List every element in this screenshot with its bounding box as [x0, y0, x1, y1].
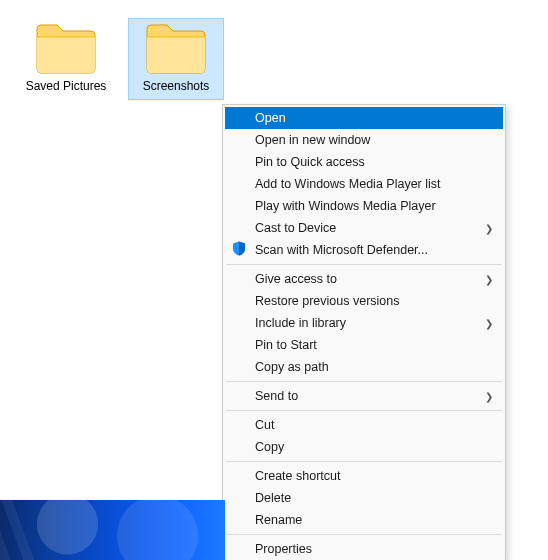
menu-item-add-to-windows-media-player-list[interactable]: Add to Windows Media Player list: [225, 173, 503, 195]
menu-item-label: Cut: [255, 418, 274, 432]
context-menu: OpenOpen in new windowPin to Quick acces…: [222, 104, 506, 560]
chevron-right-icon: ❯: [485, 223, 493, 234]
menu-item-play-with-windows-media-player[interactable]: Play with Windows Media Player: [225, 195, 503, 217]
folder-icon: [21, 23, 111, 75]
menu-item-label: Delete: [255, 491, 291, 505]
menu-item-label: Play with Windows Media Player: [255, 199, 436, 213]
menu-item-label: Give access to: [255, 272, 337, 286]
menu-item-copy-as-path[interactable]: Copy as path: [225, 356, 503, 378]
menu-item-give-access-to[interactable]: Give access to❯: [225, 268, 503, 290]
menu-item-label: Open in new window: [255, 133, 370, 147]
menu-item-label: Rename: [255, 513, 302, 527]
menu-item-cast-to-device[interactable]: Cast to Device❯: [225, 217, 503, 239]
menu-item-pin-to-quick-access[interactable]: Pin to Quick access: [225, 151, 503, 173]
menu-item-label: Copy: [255, 440, 284, 454]
menu-separator: [226, 410, 502, 411]
menu-item-label: Pin to Start: [255, 338, 317, 352]
menu-item-delete[interactable]: Delete: [225, 487, 503, 509]
menu-item-label: Copy as path: [255, 360, 329, 374]
taskbar-wallpaper-strip: [0, 500, 225, 560]
menu-item-cut[interactable]: Cut: [225, 414, 503, 436]
menu-item-label: Pin to Quick access: [255, 155, 365, 169]
menu-item-label: Properties: [255, 542, 312, 556]
menu-item-create-shortcut[interactable]: Create shortcut: [225, 465, 503, 487]
menu-separator: [226, 534, 502, 535]
menu-item-label: Cast to Device: [255, 221, 336, 235]
chevron-right-icon: ❯: [485, 391, 493, 402]
menu-separator: [226, 264, 502, 265]
desktop-area: Saved Pictures Screenshots OpenOpen in n…: [0, 0, 548, 560]
menu-item-include-in-library[interactable]: Include in library❯: [225, 312, 503, 334]
chevron-right-icon: ❯: [485, 274, 493, 285]
menu-item-scan-with-microsoft-defender[interactable]: Scan with Microsoft Defender...: [225, 239, 503, 261]
menu-item-label: Create shortcut: [255, 469, 340, 483]
menu-item-label: Add to Windows Media Player list: [255, 177, 441, 191]
folder-saved-pictures[interactable]: Saved Pictures: [18, 18, 114, 100]
chevron-right-icon: ❯: [485, 318, 493, 329]
menu-item-restore-previous-versions[interactable]: Restore previous versions: [225, 290, 503, 312]
menu-item-label: Open: [255, 111, 286, 125]
menu-item-properties[interactable]: Properties: [225, 538, 503, 560]
menu-item-open[interactable]: Open: [225, 107, 503, 129]
folder-label: Screenshots: [131, 79, 221, 93]
menu-item-label: Include in library: [255, 316, 346, 330]
folder-screenshots[interactable]: Screenshots: [128, 18, 224, 100]
menu-separator: [226, 381, 502, 382]
folder-label: Saved Pictures: [21, 79, 111, 93]
menu-item-label: Scan with Microsoft Defender...: [255, 243, 428, 257]
menu-item-open-in-new-window[interactable]: Open in new window: [225, 129, 503, 151]
menu-item-label: Send to: [255, 389, 298, 403]
menu-item-copy[interactable]: Copy: [225, 436, 503, 458]
menu-item-label: Restore previous versions: [255, 294, 400, 308]
folder-icon: [131, 23, 221, 75]
menu-item-rename[interactable]: Rename: [225, 509, 503, 531]
menu-separator: [226, 461, 502, 462]
menu-item-pin-to-start[interactable]: Pin to Start: [225, 334, 503, 356]
menu-item-send-to[interactable]: Send to❯: [225, 385, 503, 407]
defender-shield-icon: [231, 241, 247, 260]
